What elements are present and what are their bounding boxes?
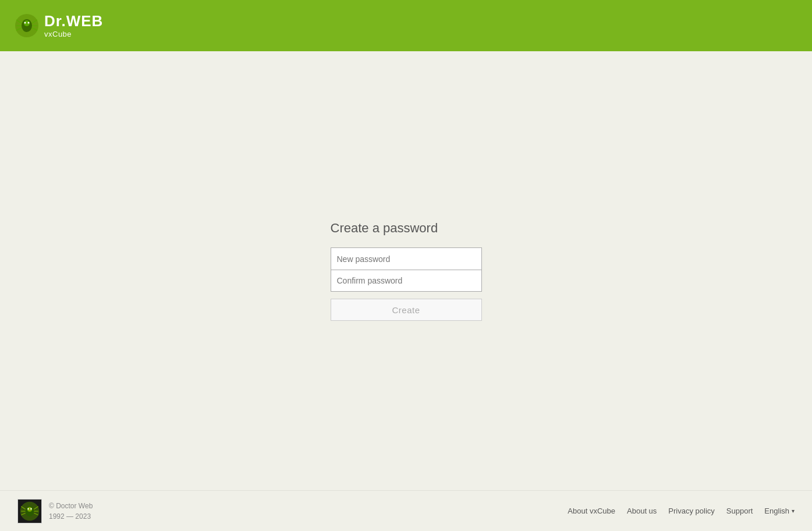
drweb-logo-icon xyxy=(14,13,40,38)
footer-copyright-line1: © Doctor Web xyxy=(49,501,93,511)
svg-point-9 xyxy=(24,22,26,24)
footer-link-support[interactable]: Support xyxy=(726,507,753,515)
footer: © Doctor Web 1992 — 2023 About vxCube Ab… xyxy=(0,490,812,531)
chevron-down-icon: ▾ xyxy=(792,508,795,514)
footer-right: About vxCube About us Privacy policy Sup… xyxy=(568,507,795,515)
footer-link-privacy-policy[interactable]: Privacy policy xyxy=(668,507,714,515)
footer-logo-icon xyxy=(17,499,42,523)
logo-sub: vxCube xyxy=(44,30,103,38)
svg-point-21 xyxy=(30,508,31,509)
footer-link-about-vxcube[interactable]: About vxCube xyxy=(568,507,615,515)
footer-copyright: © Doctor Web 1992 — 2023 xyxy=(49,501,93,522)
logo-brand: Dr.WEB xyxy=(44,13,103,30)
confirm-password-input[interactable] xyxy=(331,270,482,292)
form-title: Create a password xyxy=(331,221,438,236)
create-password-form: Create a password Create xyxy=(331,221,482,321)
svg-point-10 xyxy=(28,22,30,24)
language-label: English xyxy=(764,507,789,515)
footer-left: © Doctor Web 1992 — 2023 xyxy=(17,499,93,523)
language-selector[interactable]: English ▾ xyxy=(764,507,795,515)
footer-link-about-us[interactable]: About us xyxy=(627,507,657,515)
create-button[interactable]: Create xyxy=(331,299,482,321)
main-content: Create a password Create xyxy=(0,51,812,490)
footer-copyright-line2: 1992 — 2023 xyxy=(49,511,93,522)
new-password-input[interactable] xyxy=(331,247,482,270)
svg-point-20 xyxy=(27,508,29,509)
logo-text-area: Dr.WEB vxCube xyxy=(44,13,103,38)
header: Dr.WEB vxCube xyxy=(0,0,812,51)
logo-area: Dr.WEB vxCube xyxy=(14,13,103,38)
